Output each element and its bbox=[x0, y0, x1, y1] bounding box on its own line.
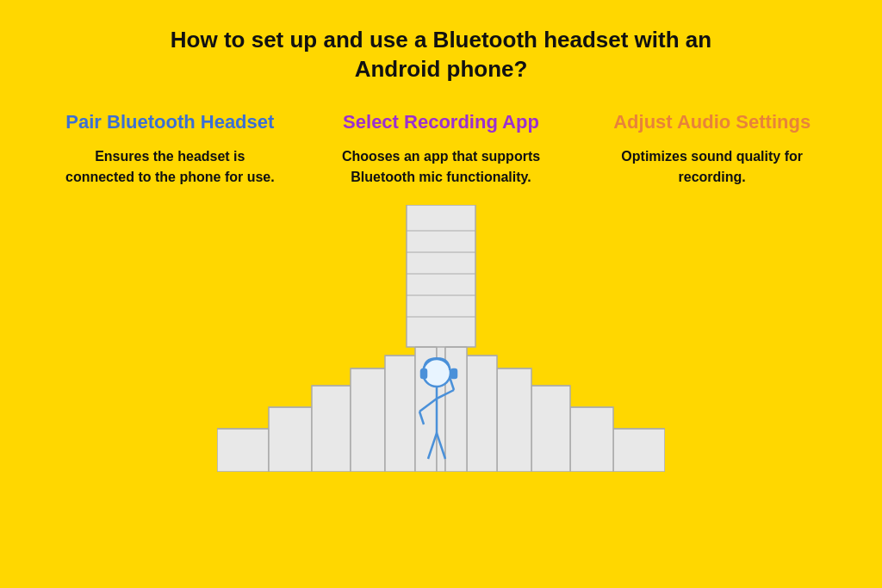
page-container: How to set up and use a Bluetooth headse… bbox=[0, 0, 882, 588]
column-select-recording: Select Recording App Chooses an app that… bbox=[306, 110, 577, 189]
svg-rect-14 bbox=[407, 205, 475, 347]
pair-bluetooth-desc: Ensures the headset is connected to the … bbox=[62, 146, 277, 188]
select-recording-desc: Chooses an app that supports Bluetooth m… bbox=[333, 146, 549, 188]
main-title: How to set up and use a Bluetooth headse… bbox=[140, 26, 742, 84]
svg-marker-11 bbox=[497, 368, 531, 472]
svg-marker-3 bbox=[312, 386, 351, 472]
svg-marker-2 bbox=[269, 407, 312, 472]
adjust-audio-desc: Optimizes sound quality for recording. bbox=[605, 146, 820, 188]
staircase-svg bbox=[217, 205, 665, 472]
select-recording-title: Select Recording App bbox=[343, 110, 539, 135]
illustration bbox=[34, 205, 848, 472]
svg-marker-1 bbox=[217, 429, 269, 472]
svg-marker-12 bbox=[467, 356, 497, 472]
svg-marker-9 bbox=[570, 407, 613, 472]
column-adjust-audio: Adjust Audio Settings Optimizes sound qu… bbox=[576, 110, 848, 189]
svg-rect-34 bbox=[451, 369, 457, 378]
pair-bluetooth-title: Pair Bluetooth Headset bbox=[65, 110, 274, 135]
adjust-audio-title: Adjust Audio Settings bbox=[613, 110, 811, 135]
columns-section: Pair Bluetooth Headset Ensures the heads… bbox=[34, 110, 848, 189]
column-pair-bluetooth: Pair Bluetooth Headset Ensures the heads… bbox=[34, 110, 306, 189]
svg-marker-8 bbox=[613, 429, 665, 472]
svg-rect-33 bbox=[421, 369, 426, 378]
svg-marker-4 bbox=[351, 368, 385, 472]
svg-marker-5 bbox=[385, 356, 415, 472]
svg-marker-10 bbox=[531, 386, 570, 472]
